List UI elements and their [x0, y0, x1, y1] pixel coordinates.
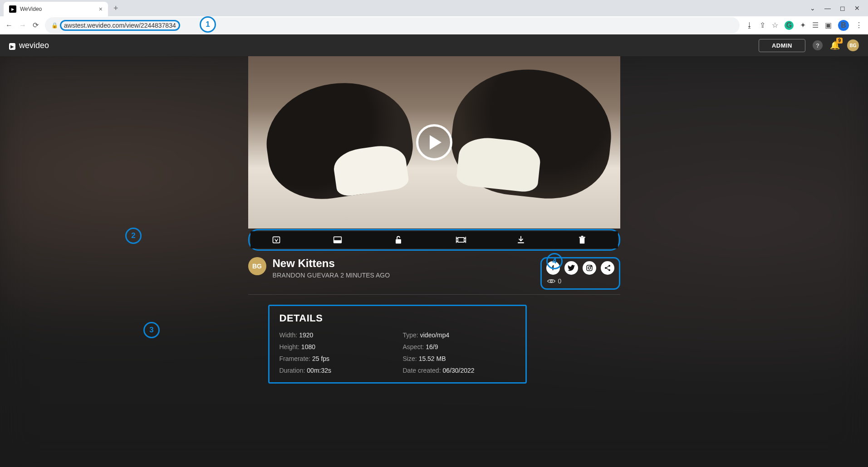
svg-rect-6	[580, 238, 585, 244]
detail-duration: Duration:00m:32s	[280, 367, 392, 374]
browser-chrome: WeVideo × + ⌄ — ◻ ✕ ← → ⟳ 🔒 awstest.wevi…	[0, 0, 868, 34]
svg-rect-5	[518, 242, 524, 243]
unlock-icon[interactable]	[394, 235, 412, 244]
view-count-value: 0	[558, 277, 562, 285]
video-meta: BRANDON GUEVARA 2 MINUTES AGO	[273, 272, 534, 279]
author-name: BRANDON GUEVARA	[273, 272, 339, 279]
svg-point-15	[550, 280, 552, 282]
action-bar-highlight	[248, 229, 620, 251]
font-subtitle-icon[interactable]	[272, 235, 290, 244]
detail-date-created: Date created:06/30/2022	[403, 367, 515, 374]
annotation-2: 2	[125, 228, 142, 244]
extensions-icon[interactable]: ✦	[800, 21, 806, 29]
install-icon[interactable]: ⭳	[746, 21, 753, 29]
detail-height: Height:1080	[280, 343, 392, 350]
detail-aspect: Aspect:16/9	[403, 343, 515, 350]
tab-favicon-icon	[9, 5, 16, 13]
window-controls: ⌄ — ◻ ✕	[810, 5, 864, 12]
chevron-down-icon[interactable]: ⌄	[810, 5, 815, 12]
bookmark-star-icon[interactable]: ☆	[772, 21, 778, 29]
detail-size: Size:15.52 MB	[403, 355, 515, 362]
title-row: BG New Kittens BRANDON GUEVARA 2 MINUTES…	[248, 257, 620, 290]
logo-play-icon	[9, 41, 16, 50]
detail-width: Width:1920	[280, 331, 392, 339]
main-content: BG New Kittens BRANDON GUEVARA 2 MINUTES…	[0, 56, 868, 467]
svg-point-10	[588, 267, 590, 269]
grammarly-icon[interactable]: G	[785, 21, 794, 30]
help-icon[interactable]: ?	[813, 40, 823, 50]
play-button-icon[interactable]	[416, 124, 452, 161]
logo-text: wevideo	[19, 41, 49, 50]
svg-point-11	[590, 266, 591, 267]
address-bar[interactable]: 🔒 awstest.wevideo.com/view/2244837834	[45, 17, 740, 34]
notifications-bell-icon[interactable]: 🔔 9	[830, 40, 840, 50]
user-avatar[interactable]: BG	[847, 39, 859, 51]
instagram-icon[interactable]	[583, 261, 596, 275]
details-heading: DETAILS	[280, 312, 515, 324]
forward-button[interactable]: →	[19, 21, 26, 29]
close-window-icon[interactable]: ✕	[854, 5, 860, 12]
svg-rect-4	[458, 238, 464, 242]
video-title: New Kittens	[273, 257, 534, 270]
details-grid: Width:1920 Type:video/mp4 Height:1080 As…	[280, 331, 515, 374]
eye-icon	[547, 278, 555, 284]
action-bar	[250, 231, 618, 248]
twitter-icon[interactable]	[564, 261, 578, 275]
tab-bar: WeVideo × + ⌄ — ◻ ✕	[0, 0, 868, 16]
video-player[interactable]	[248, 56, 620, 229]
crop-trim-icon[interactable]	[456, 236, 474, 244]
nav-bar: ← → ⟳ 🔒 awstest.wevideo.com/view/2244837…	[0, 16, 868, 34]
video-thumbnail-art	[259, 74, 419, 206]
detail-type: Type:video/mp4	[403, 331, 515, 339]
svg-rect-3	[396, 239, 401, 244]
new-tab-button[interactable]: +	[113, 4, 118, 13]
time-ago: 2 MINUTES AGO	[340, 272, 390, 279]
side-panel-icon[interactable]: ▣	[825, 21, 832, 29]
back-button[interactable]: ←	[5, 21, 13, 29]
details-panel: DETAILS Width:1920 Type:video/mp4 Height…	[268, 305, 527, 384]
extension-icons: ⭳ ⇪ ☆ G ✦ ☰ ▣ B ⋮	[746, 20, 863, 31]
profile-avatar[interactable]: B	[838, 20, 849, 31]
video-area: BG New Kittens BRANDON GUEVARA 2 MINUTES…	[248, 56, 620, 384]
notification-badge: 9	[836, 38, 843, 44]
wevideo-logo[interactable]: wevideo	[9, 41, 49, 50]
reload-button[interactable]: ⟳	[33, 21, 39, 29]
video-thumbnail-art	[446, 62, 617, 204]
maximize-icon[interactable]: ◻	[840, 5, 845, 12]
title-column: New Kittens BRANDON GUEVARA 2 MINUTES AG…	[273, 257, 534, 279]
annotation-1: 1	[200, 16, 216, 33]
divider	[248, 294, 620, 295]
svg-rect-7	[579, 237, 585, 238]
download-icon[interactable]	[517, 235, 535, 244]
svg-rect-2	[334, 240, 342, 243]
admin-button[interactable]: ADMIN	[759, 39, 805, 52]
annotation-4: 4	[546, 253, 563, 269]
url-text: awstest.wevideo.com/view/2244837834	[60, 20, 180, 31]
lock-icon: 🔒	[51, 22, 58, 29]
share-link-icon[interactable]	[601, 261, 614, 275]
tab-close-icon[interactable]: ×	[99, 5, 103, 13]
annotation-3: 3	[143, 322, 160, 338]
minimize-icon[interactable]: —	[824, 5, 831, 12]
share-page-icon[interactable]: ⇪	[760, 21, 765, 29]
app-header: wevideo ADMIN ? 🔔 9 BG	[0, 34, 868, 56]
theater-mode-icon[interactable]	[333, 236, 351, 244]
view-count: 0	[547, 277, 614, 285]
tab-title: WeVideo	[20, 6, 95, 12]
kebab-menu-icon[interactable]: ⋮	[855, 21, 863, 29]
trash-icon[interactable]	[578, 235, 596, 244]
header-right: ADMIN ? 🔔 9 BG	[759, 39, 859, 52]
svg-rect-0	[273, 237, 280, 243]
author-avatar[interactable]: BG	[248, 257, 266, 275]
browser-tab[interactable]: WeVideo ×	[4, 2, 108, 16]
reading-list-icon[interactable]: ☰	[812, 21, 819, 29]
detail-framerate: Framerate:25 fps	[280, 355, 392, 362]
svg-rect-8	[581, 236, 584, 237]
